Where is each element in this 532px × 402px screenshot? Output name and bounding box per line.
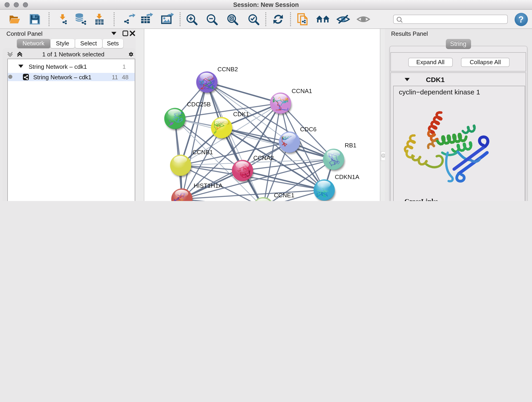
svg-text:CDKN1A: CDKN1A	[335, 173, 359, 180]
svg-text:CDK1: CDK1	[233, 110, 249, 117]
svg-text:CCNE1: CCNE1	[274, 191, 294, 198]
svg-text:CDC6: CDC6	[300, 126, 317, 133]
svg-text:CDC25B: CDC25B	[187, 101, 211, 108]
svg-text:CCNB1: CCNB1	[192, 148, 213, 155]
svg-text:CCNA1: CCNA1	[292, 87, 312, 94]
svg-text:HIST1H1A: HIST1H1A	[194, 182, 223, 189]
svg-text:CCNA2: CCNA2	[253, 154, 273, 161]
svg-text:RB1: RB1	[345, 142, 356, 148]
svg-text:CCNB2: CCNB2	[217, 65, 238, 72]
